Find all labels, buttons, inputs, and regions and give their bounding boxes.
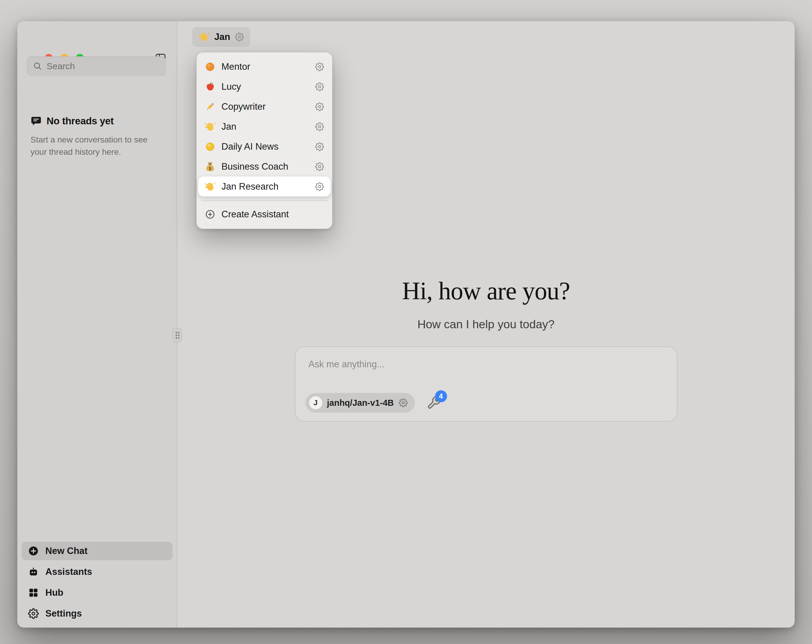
greeting-block: Hi, how are you? How can I help you toda… [177, 276, 795, 331]
assistant-item-daily-ai-news[interactable]: Daily AI News [198, 137, 331, 157]
panel-resize-handle[interactable] [172, 328, 182, 342]
model-name: janhq/Jan-v1-4B [327, 398, 394, 408]
nav-label: Settings [45, 608, 82, 619]
money-bag-icon: $ [205, 161, 215, 172]
threads-empty-state: No threads yet Start a new conversation … [31, 116, 171, 158]
grip-dots-icon [175, 331, 179, 339]
sidebar-item-new-chat[interactable]: New Chat [21, 542, 172, 560]
assistant-item-copywriter[interactable]: Copywriter [198, 97, 331, 117]
pencil-icon [205, 101, 215, 112]
assistant-item-jan[interactable]: Jan [198, 117, 331, 137]
yellow-circle-icon [205, 141, 215, 152]
app-window: No threads yet Start a new conversation … [17, 21, 795, 627]
create-assistant-button[interactable]: Create Assistant [198, 205, 331, 224]
assistant-gear-icon[interactable] [315, 142, 324, 151]
apple-icon [205, 81, 215, 92]
empty-state-description: Start a new conversation to see your thr… [31, 134, 165, 158]
assistant-dropdown-menu: Mentor Lucy [196, 52, 333, 229]
plus-circle-filled-icon [28, 546, 39, 556]
assistants-icon [28, 566, 39, 577]
model-settings-gear-icon[interactable] [399, 398, 408, 407]
create-assistant-label: Create Assistant [221, 209, 289, 220]
assistant-label: Business Coach [221, 161, 288, 172]
chat-input[interactable] [295, 347, 677, 376]
sidebar-item-hub[interactable]: Hub [21, 583, 172, 602]
assistant-item-mentor[interactable]: Mentor [198, 57, 331, 77]
assistant-label: Copywriter [221, 101, 266, 112]
svg-text:$: $ [209, 166, 212, 171]
greeting-subtitle: How can I help you today? [177, 318, 795, 331]
menu-divider [201, 200, 328, 201]
assistant-gear-icon[interactable] [315, 62, 324, 71]
assistant-gear-icon[interactable] [315, 182, 324, 191]
assistant-item-lucy[interactable]: Lucy [198, 77, 331, 97]
current-assistant-name: Jan [214, 32, 230, 42]
sidebar-item-assistants[interactable]: Assistants [21, 563, 172, 581]
desktop: { "window": { "sidebar": { "search": { "… [0, 0, 812, 644]
search-input[interactable] [47, 61, 160, 71]
greeting-title: Hi, how are you? [177, 276, 795, 305]
assistant-label: Jan [221, 121, 237, 132]
empty-state-title: No threads yet [47, 116, 114, 127]
assistant-label: Mentor [221, 61, 250, 72]
nav-label: Assistants [45, 566, 92, 577]
assistant-item-business-coach[interactable]: $ Business Coach [198, 157, 331, 177]
sidebar: No threads yet Start a new conversation … [17, 21, 177, 627]
waving-hand-icon [205, 181, 215, 192]
orange-circle-icon [205, 61, 215, 72]
assistant-selector-chip[interactable]: Jan [192, 27, 250, 47]
waving-hand-icon [199, 32, 209, 42]
assistant-gear-icon[interactable] [315, 102, 324, 111]
nav-label: Hub [45, 587, 63, 598]
wrench-icon [427, 406, 441, 411]
waving-hand-icon [205, 121, 215, 132]
assistant-label: Jan Research [221, 181, 278, 192]
model-selector[interactable]: J janhq/Jan-v1-4B [305, 393, 415, 413]
tools-count-badge: 4 [435, 390, 447, 402]
assistant-item-jan-research[interactable]: Jan Research [198, 177, 331, 196]
composer-toolbar: J janhq/Jan-v1-4B 4 [305, 393, 441, 413]
assistant-gear-icon[interactable] [315, 82, 324, 91]
assistant-settings-gear-icon[interactable] [235, 32, 244, 41]
main-area: Jan Mentor [177, 21, 795, 627]
plus-circle-icon [205, 209, 215, 220]
sidebar-bottom-nav: New Chat Assistants Hub [21, 542, 172, 623]
tools-button[interactable]: 4 [427, 396, 441, 410]
assistant-label: Daily AI News [221, 141, 278, 152]
chat-composer: J janhq/Jan-v1-4B 4 [295, 346, 678, 422]
sidebar-item-settings[interactable]: Settings [21, 604, 172, 623]
assistant-label: Lucy [221, 81, 241, 92]
hub-grid-icon [28, 587, 39, 598]
chat-bubble-icon [31, 116, 42, 127]
settings-gear-icon [28, 608, 39, 619]
search-icon [33, 61, 43, 71]
nav-label: New Chat [45, 546, 87, 556]
search-box [27, 56, 166, 76]
model-avatar: J [309, 396, 322, 410]
assistant-gear-icon[interactable] [315, 162, 324, 171]
assistant-gear-icon[interactable] [315, 122, 324, 131]
